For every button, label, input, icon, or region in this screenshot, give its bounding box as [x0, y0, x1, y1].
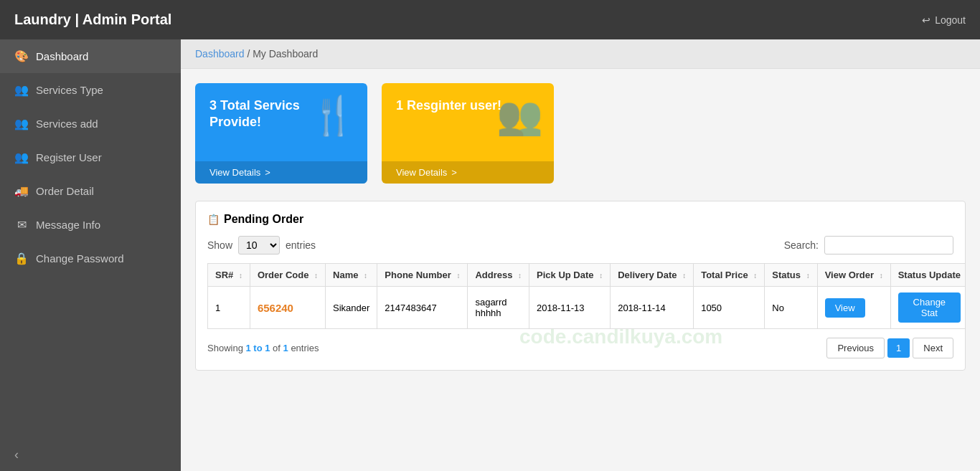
section-title: 📋 Pending Order — [207, 213, 953, 226]
users-view-details[interactable]: View Details > — [382, 161, 554, 184]
services-view-details[interactable]: View Details > — [195, 161, 367, 184]
sidebar-item-label: Register User — [36, 151, 102, 163]
page-1-button[interactable]: 1 — [887, 338, 910, 358]
show-entries: Show 10 25 50 100 entries — [207, 236, 316, 254]
col-pickup-date: Pick Up Date ↕ — [529, 264, 611, 287]
cell-address: sagarrd hhhhh — [468, 287, 529, 329]
search-input[interactable] — [824, 236, 953, 254]
col-sr: SR# ↕ — [208, 264, 250, 287]
cell-view-order: View — [817, 287, 890, 329]
cards-row: 3 Total Servics Provide! 🍴 View Details … — [195, 83, 966, 184]
view-order-button[interactable]: View — [825, 298, 865, 318]
breadcrumb: Dashboard / My Dashboard — [181, 39, 980, 69]
breadcrumb-home[interactable]: Dashboard — [195, 48, 245, 60]
cell-status-update: Change Stat — [890, 287, 966, 329]
cell-total-price: 1050 — [694, 287, 765, 329]
change-stat-button[interactable]: Change Stat — [898, 292, 961, 323]
table-controls: Show 10 25 50 100 entries Search: — [207, 236, 953, 254]
order-detail-icon: 🚚 — [14, 184, 29, 198]
sidebar-item-services-add[interactable]: 👥 Services add — [0, 107, 181, 141]
sidebar-item-label: Message Info — [36, 219, 100, 231]
col-status: Status ↕ — [765, 264, 817, 287]
breadcrumb-current: My Dashboard — [253, 48, 318, 60]
sidebar-item-register-user[interactable]: 👥 Register User — [0, 141, 181, 174]
register-user-icon: 👥 — [14, 151, 29, 164]
section-title-icon: 📋 — [207, 214, 220, 225]
col-phone: Phone Number ↕ — [377, 264, 468, 287]
col-status-update: Status Update — [890, 264, 966, 287]
dashboard-icon: 🎨 — [14, 49, 29, 63]
col-order-code: Order Code ↕ — [250, 264, 325, 287]
cell-name: Sikander — [326, 287, 377, 329]
showing-range: 1 to 1 — [245, 343, 270, 353]
content-area: Dashboard / My Dashboard 3 Total Servics… — [181, 39, 980, 471]
change-password-icon: 🔒 — [14, 252, 29, 265]
sidebar-item-message-info[interactable]: ✉ Message Info — [0, 208, 181, 242]
show-label: Show — [207, 239, 232, 251]
cell-pickup-date: 2018-11-13 — [529, 287, 611, 329]
breadcrumb-separator: / — [247, 48, 253, 60]
main-layout: 🎨 Dashboard 👥 Services Type 👥 Services a… — [0, 39, 980, 471]
col-total-price: Total Price ↕ — [694, 264, 765, 287]
sidebar: 🎨 Dashboard 👥 Services Type 👥 Services a… — [0, 39, 181, 471]
col-name: Name ↕ — [326, 264, 377, 287]
services-card: 3 Total Servics Provide! 🍴 View Details … — [195, 83, 367, 184]
cell-delivery-date: 2018-11-14 — [611, 287, 694, 329]
col-delivery-date: Delivery Date ↕ — [611, 264, 694, 287]
services-add-icon: 👥 — [14, 117, 29, 130]
users-card: 1 Resginter user! 👥 View Details > — [382, 83, 554, 184]
navbar: Laundry | Admin Portal ↩ Logout — [0, 0, 980, 39]
sidebar-item-label: Order Detail — [36, 185, 94, 197]
cell-order-code: 656240 — [250, 287, 325, 329]
showing-text: Showing 1 to 1 of 1 entries — [207, 343, 319, 353]
table-row: 1 656240 Sikander 2147483647 sagarrd hhh… — [208, 287, 966, 329]
sidebar-item-dashboard[interactable]: 🎨 Dashboard — [0, 39, 181, 73]
show-entries-select[interactable]: 10 25 50 100 — [238, 236, 280, 254]
col-address: Address ↕ — [468, 264, 529, 287]
logout-button[interactable]: ↩ Logout — [922, 14, 966, 26]
entries-label: entries — [286, 239, 316, 251]
cell-sr: 1 — [208, 287, 250, 329]
orders-table: SR# ↕ Order Code ↕ Name ↕ Phone Number ↕… — [207, 263, 966, 329]
sidebar-toggle[interactable]: ‹ — [0, 439, 181, 471]
next-button[interactable]: Next — [913, 338, 953, 358]
sidebar-item-label: Services add — [36, 118, 98, 130]
table-footer: Showing 1 to 1 of 1 entries Previous 1 N… — [207, 338, 953, 358]
sidebar-item-label: Dashboard — [36, 50, 88, 62]
col-view-order: View Order ↕ — [817, 264, 890, 287]
logout-icon: ↩ — [922, 14, 930, 26]
table-header-row: SR# ↕ Order Code ↕ Name ↕ Phone Number ↕… — [208, 264, 966, 287]
cell-status: No — [765, 287, 817, 329]
previous-button[interactable]: Previous — [826, 338, 885, 358]
navbar-brand: Laundry | Admin Portal — [14, 11, 171, 28]
section-title-text: Pending Order — [224, 213, 303, 226]
sidebar-item-services-type[interactable]: 👥 Services Type — [0, 73, 181, 107]
sidebar-item-label: Change Password — [36, 252, 124, 265]
message-info-icon: ✉ — [14, 218, 29, 232]
cell-phone: 2147483647 — [377, 287, 468, 329]
pending-orders-section: code.candilkuya.com 📋 Pending Order Show… — [195, 201, 966, 371]
sidebar-item-change-password[interactable]: 🔒 Change Password — [0, 242, 181, 275]
sidebar-item-order-detail[interactable]: 🚚 Order Detail — [0, 174, 181, 208]
pagination: Previous 1 Next — [826, 338, 953, 358]
users-card-title: 1 Resginter user! — [396, 97, 540, 114]
services-type-icon: 👥 — [14, 83, 29, 97]
search-box: Search: — [784, 236, 953, 254]
services-card-title: 3 Total Servics Provide! — [209, 97, 353, 131]
sidebar-item-label: Services Type — [36, 84, 103, 96]
search-label: Search: — [784, 239, 819, 251]
showing-total: 1 — [283, 343, 288, 353]
page-content: 3 Total Servics Provide! 🍴 View Details … — [181, 69, 980, 385]
